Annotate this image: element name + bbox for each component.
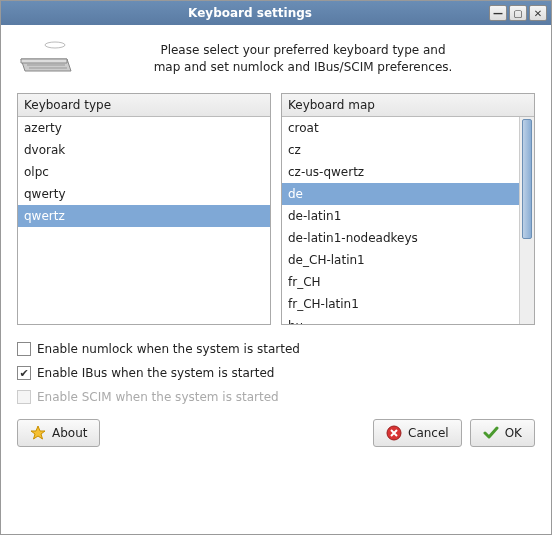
cancel-label: Cancel xyxy=(408,426,449,440)
list-item[interactable]: qwerty xyxy=(18,183,270,205)
list-item[interactable]: qwertz xyxy=(18,205,270,227)
list-item[interactable]: de_CH-latin1 xyxy=(282,249,519,271)
keyboard-map-scrollbar[interactable] xyxy=(519,117,534,324)
lists-container: Keyboard type azertydvorakolpcqwertyqwer… xyxy=(17,93,535,325)
keyboard-map-body: croatczcz-us-qwertzdede-latin1de-latin1-… xyxy=(282,117,534,324)
keyboard-type-header: Keyboard type xyxy=(18,94,270,117)
scim-checkbox xyxy=(17,390,31,404)
window-controls: — ▢ ✕ xyxy=(489,5,547,21)
scim-checkbox-row: Enable SCIM when the system is started xyxy=(17,385,535,409)
ok-button[interactable]: OK xyxy=(470,419,535,447)
button-row: About Cancel OK xyxy=(17,419,535,447)
intro-text: Please select your preferred keyboard ty… xyxy=(91,42,535,76)
numlock-label: Enable numlock when the system is starte… xyxy=(37,342,300,356)
about-button[interactable]: About xyxy=(17,419,100,447)
checkbox-group: Enable numlock when the system is starte… xyxy=(17,337,535,409)
list-item[interactable]: azerty xyxy=(18,117,270,139)
list-item[interactable]: de xyxy=(282,183,519,205)
list-item[interactable]: de-latin1 xyxy=(282,205,519,227)
window: Keyboard settings — ▢ ✕ Please select yo… xyxy=(0,0,552,535)
keyboard-map-list[interactable]: Keyboard map croatczcz-us-qwertzdede-lat… xyxy=(281,93,535,325)
scim-label: Enable SCIM when the system is started xyxy=(37,390,279,404)
intro-line2: map and set numlock and IBus/SCIM prefer… xyxy=(91,59,515,76)
list-item[interactable]: de-latin1-nodeadkeys xyxy=(282,227,519,249)
content-area: Please select your preferred keyboard ty… xyxy=(1,25,551,457)
svg-point-0 xyxy=(45,42,65,48)
keyboard-type-body: azertydvorakolpcqwertyqwertz xyxy=(18,117,270,324)
list-item[interactable]: cz xyxy=(282,139,519,161)
cancel-button[interactable]: Cancel xyxy=(373,419,462,447)
keyboard-map-header: Keyboard map xyxy=(282,94,534,117)
about-label: About xyxy=(52,426,87,440)
list-item[interactable]: fr_CH-latin1 xyxy=(282,293,519,315)
star-icon xyxy=(30,425,46,441)
list-item[interactable]: hu xyxy=(282,315,519,324)
intro-row: Please select your preferred keyboard ty… xyxy=(17,39,535,79)
numlock-checkbox-row[interactable]: Enable numlock when the system is starte… xyxy=(17,337,535,361)
intro-line1: Please select your preferred keyboard ty… xyxy=(91,42,515,59)
list-item[interactable]: croat xyxy=(282,117,519,139)
minimize-button[interactable]: — xyxy=(489,5,507,21)
numlock-checkbox[interactable] xyxy=(17,342,31,356)
ok-label: OK xyxy=(505,426,522,440)
ibus-checkbox[interactable]: ✔ xyxy=(17,366,31,380)
cancel-icon xyxy=(386,425,402,441)
list-item[interactable]: fr_CH xyxy=(282,271,519,293)
keyboard-icon xyxy=(17,39,73,79)
list-item[interactable]: dvorak xyxy=(18,139,270,161)
ibus-checkbox-row[interactable]: ✔ Enable IBus when the system is started xyxy=(17,361,535,385)
window-title: Keyboard settings xyxy=(11,6,489,20)
list-item[interactable]: olpc xyxy=(18,161,270,183)
keyboard-type-list[interactable]: Keyboard type azertydvorakolpcqwertyqwer… xyxy=(17,93,271,325)
close-button[interactable]: ✕ xyxy=(529,5,547,21)
maximize-button[interactable]: ▢ xyxy=(509,5,527,21)
scroll-thumb[interactable] xyxy=(522,119,532,239)
titlebar: Keyboard settings — ▢ ✕ xyxy=(1,1,551,25)
ibus-label: Enable IBus when the system is started xyxy=(37,366,274,380)
list-item[interactable]: cz-us-qwertz xyxy=(282,161,519,183)
ok-icon xyxy=(483,425,499,441)
